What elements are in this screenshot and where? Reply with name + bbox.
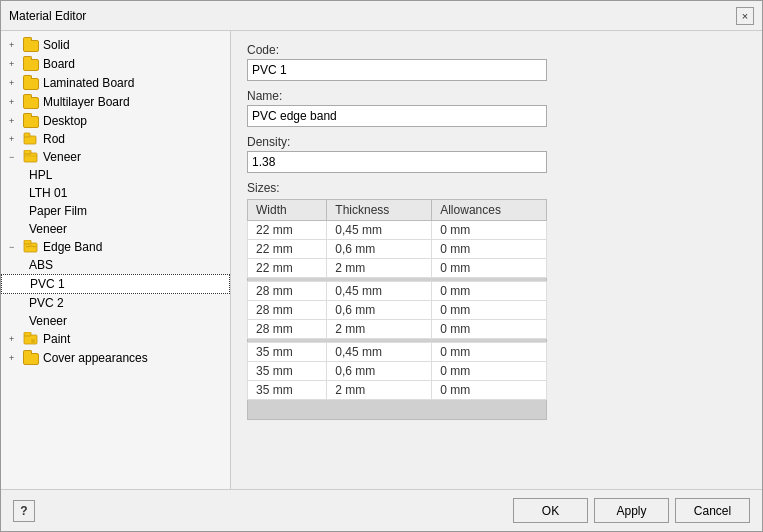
tree-item-cover[interactable]: + Cover appearances bbox=[1, 348, 230, 367]
tree-label: Paint bbox=[43, 332, 70, 346]
cell-allowances: 0 mm bbox=[432, 320, 547, 339]
svg-rect-3 bbox=[24, 150, 31, 154]
tree-item-paper-film[interactable]: Paper Film bbox=[1, 202, 230, 220]
tree-label: Laminated Board bbox=[43, 76, 134, 90]
expand-icon: + bbox=[9, 134, 19, 144]
title-bar: Material Editor × bbox=[1, 1, 762, 31]
expand-icon: − bbox=[9, 242, 19, 252]
cell-width: 22 mm bbox=[248, 259, 327, 278]
code-label: Code: bbox=[247, 43, 746, 57]
table-row[interactable]: 35 mm 0,6 mm 0 mm bbox=[248, 362, 547, 381]
col-thickness: Thickness bbox=[327, 200, 432, 221]
dialog-title: Material Editor bbox=[9, 9, 86, 23]
code-input[interactable] bbox=[247, 59, 547, 81]
tree-label: Board bbox=[43, 57, 75, 71]
cell-width: 28 mm bbox=[248, 320, 327, 339]
tree-item-hpl[interactable]: HPL bbox=[1, 166, 230, 184]
tree-label: Paper Film bbox=[29, 204, 87, 218]
folder-icon bbox=[23, 350, 39, 365]
density-label: Density: bbox=[247, 135, 746, 149]
cancel-button[interactable]: Cancel bbox=[675, 498, 750, 523]
cell-width: 22 mm bbox=[248, 240, 327, 259]
cell-width: 35 mm bbox=[248, 343, 327, 362]
help-button[interactable]: ? bbox=[13, 500, 35, 522]
tree-label: ABS bbox=[29, 258, 53, 272]
tree-label: Rod bbox=[43, 132, 65, 146]
cell-allowances: 0 mm bbox=[432, 343, 547, 362]
form-panel: Code: Name: Density: Sizes: Width Thickn… bbox=[231, 31, 762, 489]
close-button[interactable]: × bbox=[736, 7, 754, 25]
svg-point-9 bbox=[31, 339, 35, 343]
svg-rect-1 bbox=[24, 133, 30, 137]
tree-panel: + Solid + Board + Laminated Board + Mult… bbox=[1, 31, 231, 489]
tree-item-pvc1[interactable]: PVC 1 bbox=[1, 274, 230, 294]
apply-button[interactable]: Apply bbox=[594, 498, 669, 523]
expand-icon: + bbox=[9, 97, 19, 107]
tree-label: Multilayer Board bbox=[43, 95, 130, 109]
cell-width: 22 mm bbox=[248, 221, 327, 240]
cell-thickness: 0,6 mm bbox=[327, 301, 432, 320]
table-row[interactable]: 35 mm 2 mm 0 mm bbox=[248, 381, 547, 400]
tree-item-pvc2[interactable]: PVC 2 bbox=[1, 294, 230, 312]
expand-icon: + bbox=[9, 334, 19, 344]
edge-band-icon bbox=[23, 240, 39, 254]
table-row[interactable]: 28 mm 2 mm 0 mm bbox=[248, 320, 547, 339]
veneer-icon bbox=[23, 150, 39, 164]
footer-right: OK Apply Cancel bbox=[513, 498, 750, 523]
tree-label: Cover appearances bbox=[43, 351, 148, 365]
table-row[interactable]: 35 mm 0,45 mm 0 mm bbox=[248, 343, 547, 362]
svg-rect-8 bbox=[24, 332, 31, 336]
table-row[interactable]: 22 mm 0,6 mm 0 mm bbox=[248, 240, 547, 259]
expand-icon: + bbox=[9, 116, 19, 126]
cell-allowances: 0 mm bbox=[432, 362, 547, 381]
tree-item-solid[interactable]: + Solid bbox=[1, 35, 230, 54]
cell-thickness: 0,6 mm bbox=[327, 240, 432, 259]
tree-label: Solid bbox=[43, 38, 70, 52]
cell-allowances: 0 mm bbox=[432, 259, 547, 278]
folder-icon bbox=[23, 75, 39, 90]
tree-label: PVC 1 bbox=[30, 277, 65, 291]
tree-label: HPL bbox=[29, 168, 52, 182]
tree-item-veneer-edge[interactable]: Veneer bbox=[1, 312, 230, 330]
main-content: + Solid + Board + Laminated Board + Mult… bbox=[1, 31, 762, 489]
expand-icon: + bbox=[9, 59, 19, 69]
tree-label: Veneer bbox=[29, 314, 67, 328]
ok-button[interactable]: OK bbox=[513, 498, 588, 523]
cell-thickness: 0,45 mm bbox=[327, 343, 432, 362]
cell-allowances: 0 mm bbox=[432, 221, 547, 240]
tree-item-multilayer-board[interactable]: + Multilayer Board bbox=[1, 92, 230, 111]
table-row[interactable]: 22 mm 0,45 mm 0 mm bbox=[248, 221, 547, 240]
tree-item-edge-band[interactable]: − Edge Band bbox=[1, 238, 230, 256]
tree-item-laminated-board[interactable]: + Laminated Board bbox=[1, 73, 230, 92]
tree-item-lth01[interactable]: LTH 01 bbox=[1, 184, 230, 202]
tree-item-abs[interactable]: ABS bbox=[1, 256, 230, 274]
rod-icon bbox=[23, 132, 39, 146]
tree-item-veneer[interactable]: − Veneer bbox=[1, 148, 230, 166]
tree-item-paint[interactable]: + Paint bbox=[1, 330, 230, 348]
expand-icon: + bbox=[9, 78, 19, 88]
material-editor-dialog: Material Editor × + Solid + Board + Lami… bbox=[0, 0, 763, 532]
tree-item-desktop[interactable]: + Desktop bbox=[1, 111, 230, 130]
tree-label: Veneer bbox=[29, 222, 67, 236]
density-input[interactable] bbox=[247, 151, 547, 173]
sizes-label: Sizes: bbox=[247, 181, 746, 195]
name-input[interactable] bbox=[247, 105, 547, 127]
folder-icon bbox=[23, 56, 39, 71]
tree-label: Veneer bbox=[43, 150, 81, 164]
cell-thickness: 2 mm bbox=[327, 320, 432, 339]
tree-item-board[interactable]: + Board bbox=[1, 54, 230, 73]
expand-icon: − bbox=[9, 152, 19, 162]
tree-item-veneer-child[interactable]: Veneer bbox=[1, 220, 230, 238]
tree-label: LTH 01 bbox=[29, 186, 67, 200]
table-separator bbox=[248, 400, 547, 420]
table-row[interactable]: 22 mm 2 mm 0 mm bbox=[248, 259, 547, 278]
cell-allowances: 0 mm bbox=[432, 240, 547, 259]
cell-allowances: 0 mm bbox=[432, 301, 547, 320]
tree-item-rod[interactable]: + Rod bbox=[1, 130, 230, 148]
table-row[interactable]: 28 mm 0,45 mm 0 mm bbox=[248, 282, 547, 301]
folder-icon bbox=[23, 113, 39, 128]
cell-allowances: 0 mm bbox=[432, 282, 547, 301]
col-allowances: Allowances bbox=[432, 200, 547, 221]
svg-rect-6 bbox=[24, 240, 31, 244]
table-row[interactable]: 28 mm 0,6 mm 0 mm bbox=[248, 301, 547, 320]
